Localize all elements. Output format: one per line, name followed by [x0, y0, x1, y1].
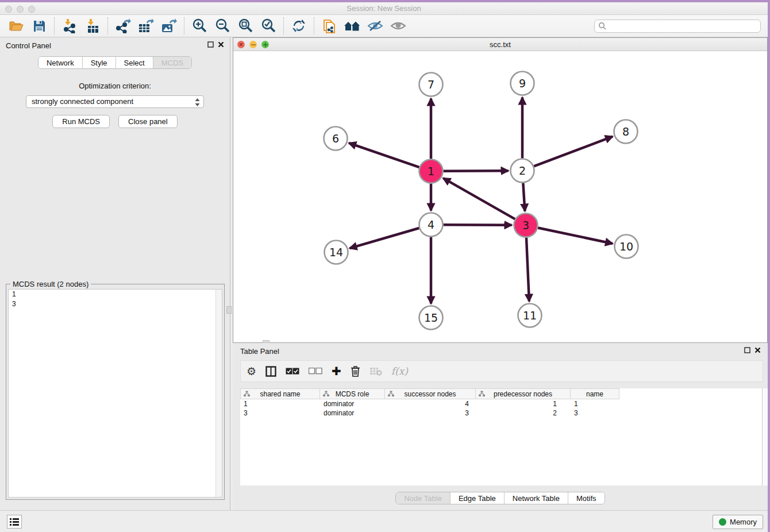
open-session-button[interactable]: [5, 17, 28, 35]
graph-edge-4-14[interactable]: [350, 228, 419, 248]
import-network-button[interactable]: [58, 17, 81, 35]
refresh-layout-button[interactable]: [287, 17, 310, 35]
cell-predecessor-nodes[interactable]: 2: [476, 408, 571, 418]
tab-node-table[interactable]: Node Table: [396, 492, 451, 504]
column-header-successor-nodes[interactable]: successor nodes: [385, 388, 476, 399]
mcds-result-item[interactable]: 3: [9, 299, 222, 309]
cell-successor-nodes[interactable]: 3: [385, 408, 476, 418]
tab-style[interactable]: Style: [83, 57, 116, 68]
show-all-button[interactable]: [387, 17, 410, 35]
tab-network-table[interactable]: Network Table: [505, 492, 568, 504]
app-window: Session: New Session: [0, 2, 768, 532]
zoom-selected-icon: [261, 18, 276, 33]
column-header-mcds-role[interactable]: MCDS role: [320, 388, 385, 399]
eye-icon: [390, 20, 406, 32]
graph-edge-2-8[interactable]: [534, 137, 613, 167]
tab-network[interactable]: Network: [38, 57, 83, 68]
column-type-icon: [388, 391, 394, 397]
mcds-result-item[interactable]: 1: [9, 290, 222, 299]
cell-shared-name[interactable]: 3: [240, 408, 320, 418]
close-panel-icon[interactable]: [218, 41, 224, 48]
import-table-button[interactable]: [81, 17, 104, 35]
zoom-selected-button[interactable]: [257, 17, 280, 35]
export-network-button[interactable]: [111, 17, 134, 35]
run-mcds-button[interactable]: Run MCDS: [52, 115, 110, 128]
network-canvas[interactable]: 7968124314101511: [233, 51, 767, 342]
graph-node-label-4: 4: [428, 218, 434, 231]
network-graph[interactable]: 7968124314101511: [233, 51, 767, 342]
table-row[interactable]: 3 dominator 3 2 3: [240, 408, 762, 418]
cell-predecessor-nodes[interactable]: 1: [476, 399, 571, 408]
zoom-fit-button[interactable]: [234, 17, 257, 35]
copy-share-icon: [322, 18, 337, 34]
delete-table-icon: [369, 364, 382, 378]
tab-select[interactable]: Select: [116, 57, 153, 68]
column-label: name: [586, 390, 603, 398]
column-header-shared-name[interactable]: shared name: [240, 388, 320, 399]
select-all-columns-icon[interactable]: [286, 364, 299, 378]
zoom-in-button[interactable]: [188, 17, 211, 35]
table-panel-title: Table Panel: [240, 347, 279, 356]
cell-mcds-role[interactable]: dominator: [320, 408, 385, 418]
float-table-panel-icon[interactable]: [744, 347, 750, 353]
create-column-plus-icon[interactable]: ✚: [332, 364, 341, 378]
mcds-result-list[interactable]: 1 3: [8, 289, 222, 498]
table-scrollbar[interactable]: [762, 388, 768, 485]
delete-column-trash-icon[interactable]: [351, 364, 360, 378]
copy-network-button[interactable]: [318, 17, 341, 35]
graph-edge-1-6[interactable]: [349, 143, 419, 167]
memory-button[interactable]: Memory: [713, 515, 763, 529]
export-network-icon: [116, 18, 131, 33]
cell-successor-nodes[interactable]: 4: [385, 399, 476, 408]
refresh-icon: [291, 18, 306, 33]
task-history-button[interactable]: [7, 515, 22, 529]
import-network-icon: [62, 18, 77, 33]
column-header-predecessor-nodes[interactable]: predecessor nodes: [476, 388, 571, 399]
graph-edge-2-3[interactable]: [523, 183, 525, 211]
export-image-button[interactable]: [157, 17, 180, 35]
show-columns-icon[interactable]: [265, 364, 276, 378]
result-scrollbar[interactable]: [215, 290, 222, 497]
control-panel: Control Panel Network Style Select MCDS …: [0, 37, 230, 510]
first-neighbors-button[interactable]: [341, 17, 364, 35]
zoom-in-icon: [192, 18, 207, 33]
export-table-button[interactable]: [134, 17, 157, 35]
graph-node-label-2: 2: [519, 164, 526, 177]
graph-edge-1-2[interactable]: [443, 171, 508, 171]
graph-node-label-10: 10: [619, 240, 633, 253]
save-session-button[interactable]: [28, 17, 51, 35]
cell-name[interactable]: 1: [571, 399, 619, 408]
function-builder-icon: f(x): [391, 364, 408, 378]
main-toolbar: [0, 15, 768, 37]
cell-mcds-role[interactable]: dominator: [320, 399, 385, 408]
column-label: predecessor nodes: [494, 390, 552, 398]
table-row[interactable]: 1 dominator 4 1 1: [240, 399, 762, 408]
vertical-splitter-grip[interactable]: [226, 306, 232, 314]
graph-edge-4-3[interactable]: [443, 225, 511, 225]
zoom-out-button[interactable]: [211, 17, 234, 35]
column-header-name[interactable]: name: [571, 388, 619, 399]
close-panel-button[interactable]: Close panel: [118, 115, 178, 128]
network-title: scc.txt: [233, 40, 767, 49]
float-panel-icon[interactable]: [207, 41, 214, 48]
hide-selected-button[interactable]: [364, 17, 387, 35]
tab-mcds[interactable]: MCDS: [153, 57, 191, 68]
search-field[interactable]: [594, 20, 761, 33]
deselect-all-columns-icon[interactable]: [309, 364, 322, 378]
toolbar-divider: [283, 17, 284, 34]
cell-shared-name[interactable]: 1: [240, 399, 320, 408]
criterion-select[interactable]: strongly connected component: [26, 95, 204, 108]
main-area: Control Panel Network Style Select MCDS …: [0, 37, 768, 510]
zoom-out-icon: [215, 18, 230, 33]
houses-icon: [344, 19, 361, 33]
search-input[interactable]: [607, 22, 760, 30]
graph-edge-3-10[interactable]: [538, 228, 613, 243]
close-table-panel-icon[interactable]: [754, 347, 761, 353]
tab-motifs[interactable]: Motifs: [568, 492, 605, 504]
tab-edge-table[interactable]: Edge Table: [451, 492, 505, 504]
graph-edge-3-11[interactable]: [526, 237, 529, 301]
column-type-icon: [479, 391, 485, 397]
cell-name[interactable]: 3: [571, 408, 619, 418]
table-settings-gear-icon[interactable]: ⚙: [247, 364, 256, 378]
graph-edge-3-1[interactable]: [443, 178, 515, 219]
